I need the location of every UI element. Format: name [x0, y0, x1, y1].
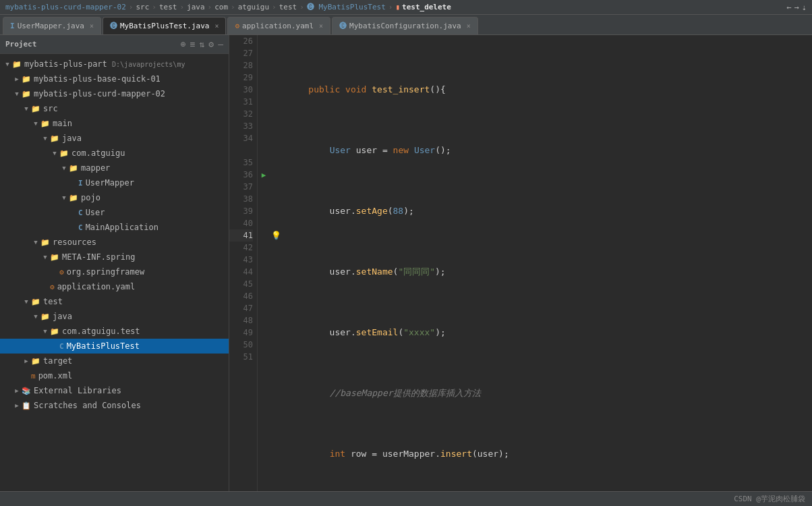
interface-icon-usermapper: I — [78, 179, 83, 188]
sidebar-icon-addmodule[interactable]: ⊕ — [181, 39, 186, 49]
breadcrumb-item-2[interactable]: src — [136, 3, 149, 11]
status-bar: CSDN @芋泥肉松脯袋 — [0, 491, 812, 506]
download-icon[interactable]: ⇣ — [802, 3, 807, 12]
breadcrumb-item-5[interactable]: com — [214, 3, 228, 11]
ln-30: 30 — [229, 84, 253, 96]
label-base-quick: mybatis-plus-base-quick-01 — [34, 74, 161, 84]
sidebar-header: Project ⊕ ≡ ⇅ ⚙ — — [0, 35, 229, 54]
breadcrumb-item-6[interactable]: atguigu — [238, 3, 269, 11]
xml-icon-orgspring: ⚙ — [59, 268, 64, 277]
ln-40: 40 — [229, 217, 253, 229]
sidebar-item-usermapper[interactable]: I UserMapper — [0, 175, 229, 190]
sidebar-item-base-quick[interactable]: ▶ 📁 mybatis-plus-base-quick-01 — [0, 72, 229, 86]
breadcrumb-item-4[interactable]: java — [187, 3, 205, 11]
sidebar-item-com-atguigu[interactable]: ▼ 📁 com.atguigu — [0, 146, 229, 161]
label-com-atguigu: com.atguigu — [71, 148, 125, 158]
sidebar-item-user[interactable]: C User — [0, 205, 229, 220]
tab-applicationyaml[interactable]: ⚙ application.yaml × — [227, 17, 330, 34]
code-line-28: user.setAge(88); — [287, 205, 812, 217]
breadcrumb: mybatis-plus-curd-mapper-02 › src › test… — [5, 3, 451, 11]
lightbulb-icon-41[interactable]: 💡 — [270, 229, 282, 242]
sidebar-item-pomxml[interactable]: m pom.xml — [0, 368, 229, 383]
sidebar-item-orgspring[interactable]: ⚙ org.springframew — [0, 264, 229, 279]
label-metainf: META-INF.spring — [62, 252, 135, 262]
label-java-test: java — [53, 312, 72, 321]
tab-usermapper[interactable]: I UserMapper.java × — [3, 17, 101, 34]
tab-usermapper-close[interactable]: × — [90, 22, 94, 30]
sidebar-item-applicationyaml[interactable]: ⚙ application.yaml — [0, 279, 229, 294]
sidebar-icon-close[interactable]: — — [218, 39, 223, 49]
class-icon-mainapplication: C — [78, 223, 83, 232]
folder-icon-root: 📁 — [12, 60, 22, 69]
ln-31: 31 — [229, 96, 253, 108]
tab-mybatisplustest-label: MyBatisPlusTest.java — [120, 22, 209, 30]
tab-mybatisplustest[interactable]: 🅒 MyBatisPlusTest.java × — [103, 17, 226, 34]
tab-mybatisconfig[interactable]: 🅒 MybatisConfiguration.java × — [332, 17, 478, 34]
sidebar-item-mybatisplustest[interactable]: C MyBatisPlusTest — [0, 339, 229, 354]
breadcrumb-item-1[interactable]: mybatis-plus-curd-mapper-02 — [5, 3, 126, 11]
tab-mybatisplustest-close[interactable]: × — [214, 22, 219, 30]
label-user: User — [86, 208, 105, 217]
sidebar-item-java-test[interactable]: ▼ 📁 java — [0, 309, 229, 324]
arrow-root: ▼ — [3, 61, 12, 67]
ln-28: 28 — [229, 59, 253, 72]
sidebar-icon-collapse[interactable]: ⇅ — [200, 39, 205, 49]
run-empty-38 — [258, 193, 270, 205]
sidebar-icon-settings[interactable]: ⚙ — [208, 39, 214, 49]
label-root: mybatis-plus-part D:\javaprojects\my — [24, 59, 185, 69]
tab-mybatisconfig-close[interactable]: × — [467, 22, 471, 30]
sidebar-item-src[interactable]: ▼ 📁 src — [0, 101, 229, 116]
breadcrumb-item-active[interactable]: ▮ test_delete — [395, 3, 451, 11]
ln-48: 48 — [229, 314, 253, 327]
ln-51: 51 — [229, 351, 253, 363]
sidebar: Project ⊕ ≡ ⇅ ⚙ — ▼ 📁 mybatis-plus-part … — [0, 35, 229, 506]
run-empty-31 — [258, 96, 270, 108]
folder-icon-target: 📁 — [31, 357, 40, 366]
code-content[interactable]: public void test_insert(){ User user = n… — [282, 35, 812, 506]
label-mapper: mapper — [81, 163, 110, 173]
tab-applicationyaml-icon: ⚙ — [235, 22, 239, 30]
watermark-text: CSDN @芋泥肉松脯袋 — [734, 494, 805, 504]
run-empty-37 — [258, 181, 270, 193]
back-icon[interactable]: ← — [786, 3, 791, 12]
sidebar-item-root[interactable]: ▼ 📁 mybatis-plus-part D:\javaprojects\my — [0, 57, 229, 72]
sidebar-item-pojo[interactable]: ▼ 📁 pojo — [0, 190, 229, 205]
folder-icon-java-test: 📁 — [40, 312, 50, 321]
arrow-mapper: ▼ — [59, 165, 69, 171]
sidebar-item-com-atguigu-test[interactable]: ▼ 📁 com.atguigu.test — [0, 324, 229, 339]
sidebar-item-java-main[interactable]: ▼ 📁 java — [0, 131, 229, 146]
sidebar-item-resources[interactable]: ▼ 📁 resources — [0, 235, 229, 250]
run-icon-36[interactable]: ▶ — [258, 169, 270, 181]
sidebar-item-curd-mapper[interactable]: ▼ 📁 mybatis-plus-curd-mapper-02 — [0, 86, 229, 101]
label-applicationyaml: application.yaml — [57, 282, 136, 291]
run-empty-39 — [258, 205, 270, 217]
folder-icon-test: 📁 — [31, 298, 40, 306]
folder-icon-resources: 📁 — [40, 238, 50, 247]
run-empty-40 — [258, 217, 270, 229]
sidebar-item-extlibs[interactable]: ▶ 📚 External Libraries — [0, 383, 229, 398]
sidebar-item-test[interactable]: ▼ 📁 test — [0, 294, 229, 309]
arrow-extlibs: ▶ — [12, 387, 22, 394]
breadcrumb-item-3[interactable]: test — [159, 3, 177, 11]
label-mybatisplustest: MyBatisPlusTest — [67, 341, 140, 351]
ln-38: 38 — [229, 193, 253, 205]
forward-icon[interactable]: → — [794, 3, 799, 12]
sidebar-item-target[interactable]: ▶ 📁 target — [0, 354, 229, 368]
method-icon: ▮ — [395, 3, 400, 11]
title-bar: mybatis-plus-curd-mapper-02 › src › test… — [0, 0, 812, 15]
arrow-curd-mapper: ▼ — [12, 90, 22, 97]
sidebar-item-main[interactable]: ▼ 📁 main — [0, 116, 229, 131]
tab-applicationyaml-close[interactable]: × — [319, 22, 323, 30]
sidebar-icon-sort[interactable]: ≡ — [190, 39, 196, 49]
ln-27: 27 — [229, 47, 253, 59]
breadcrumb-item-8[interactable]: 🅒 MyBatisPlusTest — [307, 3, 386, 11]
sidebar-item-mainapplication[interactable]: C MainApplication — [0, 220, 229, 235]
folder-icon-base-quick: 📁 — [22, 75, 31, 84]
breadcrumb-item-7[interactable]: test — [279, 3, 297, 11]
code-line-30: user.setEmail("xxxx"); — [287, 327, 812, 339]
arrow-java-main: ▼ — [40, 135, 50, 142]
sidebar-item-scratches[interactable]: ▶ 📋 Scratches and Consoles — [0, 398, 229, 413]
arrow-main: ▼ — [31, 120, 40, 127]
sidebar-item-metainf[interactable]: ▼ 📁 META-INF.spring — [0, 250, 229, 264]
sidebar-item-mapper[interactable]: ▼ 📁 mapper — [0, 161, 229, 175]
